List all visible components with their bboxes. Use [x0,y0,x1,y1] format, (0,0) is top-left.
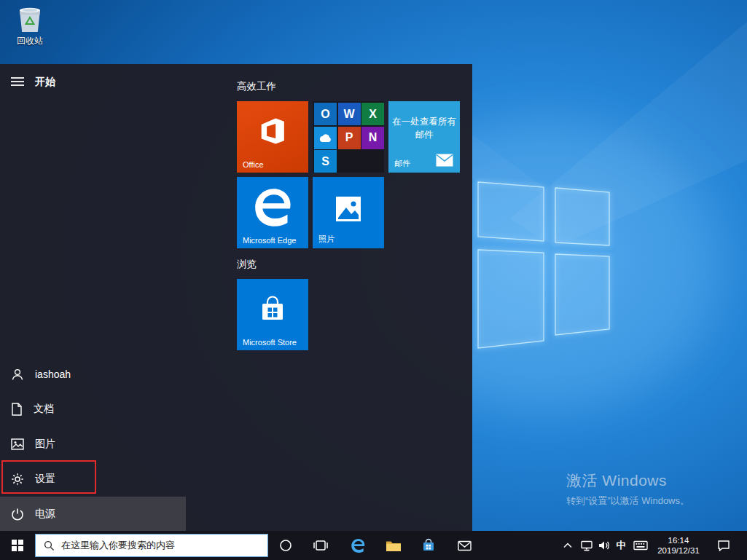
tile-microsoft-store[interactable]: Microsoft Store [237,279,308,350]
rail-settings-label: 设置 [35,473,55,486]
user-icon [11,368,24,381]
desktop: 激活 Windows 转到“设置”以激活 Windows。 回收站 开始 ias [0,0,747,560]
taskbar-search-input[interactable]: 在这里输入你要搜索的内容 [35,534,268,557]
mini-tile-word[interactable]: W [338,103,361,125]
excel-icon: X [369,108,377,121]
recycle-bin-icon [17,4,43,33]
tile-photos-label: 照片 [318,234,335,245]
group-header-productivity: 高效工作 [237,80,276,93]
group-header-browse: 浏览 [237,258,257,271]
ime-language-label: 中 [617,539,626,552]
mail-taskbar-button[interactable] [448,531,480,560]
store-taskbar-button[interactable] [412,531,445,560]
taskbar-edge-button[interactable] [342,531,374,560]
tile-mail-label: 邮件 [394,158,410,169]
start-menu: 开始 iashoah 文档 图片 [0,64,472,531]
edge-taskbar-icon [350,537,367,554]
mini-tile-powerpoint[interactable]: P [338,127,361,149]
keyboard-icon [633,540,648,551]
word-icon: W [343,108,354,121]
ime-indicator[interactable]: 中 [612,531,630,560]
taskbar: 在这里输入你要搜索的内容 [0,531,747,560]
speaker-icon [598,540,611,551]
mini-tile-onenote[interactable]: N [361,127,384,149]
office-logo-icon [259,117,286,145]
volume-tray-button[interactable] [595,531,614,560]
rail-item-documents[interactable]: 文档 [0,392,186,427]
onenote-icon: N [369,131,378,144]
chevron-up-icon [563,542,573,549]
outlook-icon: O [321,108,329,121]
activate-windows-watermark: 激活 Windows 转到“设置”以激活 Windows。 [566,470,689,508]
pictures-icon [11,438,24,450]
network-icon [580,540,593,551]
task-view-icon [313,540,328,551]
watermark-subtitle: 转到“设置”以激活 Windows。 [566,494,689,508]
tile-microsoft-edge[interactable]: Microsoft Edge [237,177,308,248]
tray-overflow-button[interactable] [559,531,576,560]
onedrive-cloud-icon [318,133,333,143]
edge-logo-icon [251,185,296,230]
mini-tile-onedrive[interactable] [314,127,337,149]
mini-tile-excel[interactable]: X [361,103,384,125]
tile-office-label: Office [243,160,264,169]
action-center-button[interactable] [708,531,740,560]
mini-tile-skype[interactable]: S [314,150,337,173]
touch-keyboard-button[interactable] [630,531,651,560]
start-button[interactable] [0,531,35,560]
tile-office-suite-folder[interactable]: O W X P N S [313,101,384,173]
document-icon [11,403,23,416]
rail-documents-label: 文档 [34,403,54,416]
skype-icon: S [321,155,329,168]
task-view-button[interactable] [305,531,337,560]
windows-logo-icon [12,540,23,551]
rail-item-pictures[interactable]: 图片 [0,427,186,462]
start-menu-title: 开始 [35,76,55,89]
rail-user-label: iashoah [35,368,71,380]
search-icon [44,540,55,551]
tile-photos[interactable]: 照片 [313,177,384,248]
tile-office[interactable]: Office [237,101,308,173]
rail-item-power[interactable]: 电源 [0,497,186,531]
cortana-button[interactable] [270,531,302,560]
rail-pictures-label: 图片 [35,438,55,451]
network-tray-button[interactable] [576,531,597,560]
clock-date: 2019/12/31 [657,545,700,556]
store-bag-icon [257,294,289,326]
taskbar-clock[interactable]: 16:14 2019/12/31 [651,531,706,560]
mail-tile-headline: 在一处查看所有邮件 [388,115,460,141]
settings-gear-icon [11,473,24,486]
action-center-icon [717,540,730,551]
powerpoint-icon: P [345,131,353,144]
tile-edge-label: Microsoft Edge [243,236,296,245]
clock-time: 16:14 [668,535,689,545]
search-placeholder-text: 在这里输入你要搜索的内容 [61,539,175,552]
file-explorer-icon [386,540,402,552]
mail-taskbar-icon [458,540,472,551]
watermark-title: 激活 Windows [566,470,689,491]
rail-item-settings[interactable]: 设置 [0,462,186,497]
photos-icon [334,194,363,224]
power-icon [11,508,24,521]
rail-power-label: 电源 [35,508,55,521]
file-explorer-button[interactable] [378,531,410,560]
recycle-bin[interactable]: 回收站 [9,4,51,47]
mini-tile-outlook[interactable]: O [314,103,337,125]
cortana-circle-icon [279,539,292,552]
recycle-bin-label: 回收站 [9,35,51,47]
tile-store-label: Microsoft Store [243,338,297,347]
rail-item-user[interactable]: iashoah [0,357,186,392]
mail-envelope-icon [436,154,453,167]
store-taskbar-icon [421,538,436,553]
tile-mail[interactable]: 在一处查看所有邮件 邮件 [388,101,460,173]
hamburger-icon [11,76,24,87]
